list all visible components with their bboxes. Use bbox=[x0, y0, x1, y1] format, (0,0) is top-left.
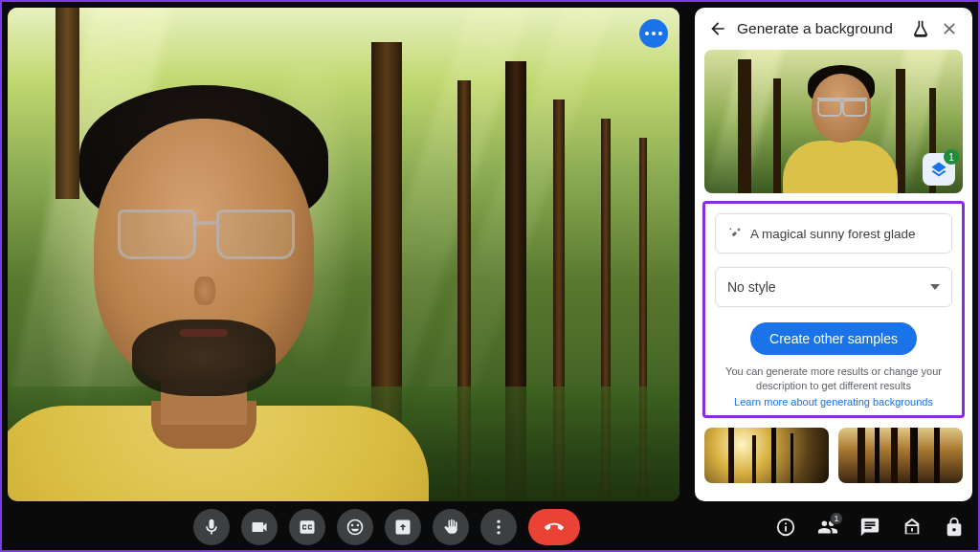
back-icon[interactable] bbox=[708, 19, 727, 38]
svg-point-0 bbox=[497, 520, 500, 523]
prompt-input[interactable]: A magical sunny forest glade bbox=[715, 213, 952, 254]
participants-count-badge: 1 bbox=[830, 512, 843, 525]
camera-button[interactable] bbox=[241, 509, 278, 545]
generated-samples-row bbox=[695, 418, 972, 493]
meeting-details-button[interactable] bbox=[775, 517, 796, 538]
labs-flask-icon bbox=[911, 19, 930, 38]
svg-point-2 bbox=[497, 531, 500, 534]
self-video-tile bbox=[8, 8, 679, 501]
chevron-down-icon bbox=[930, 284, 940, 290]
meeting-toolbar: 1 bbox=[2, 504, 978, 550]
learn-more-link[interactable]: Learn more about generating backgrounds bbox=[715, 396, 952, 408]
prompt-text: A magical sunny forest glade bbox=[750, 227, 916, 241]
leave-call-button[interactable] bbox=[528, 509, 580, 545]
magic-wand-icon bbox=[727, 226, 743, 241]
create-samples-button[interactable]: Create other samples bbox=[750, 322, 917, 355]
generate-background-panel: Generate a background 1 A magical sunny … bbox=[695, 8, 972, 501]
microphone-button[interactable] bbox=[193, 509, 230, 545]
style-value: No style bbox=[727, 279, 776, 295]
tile-more-button[interactable] bbox=[639, 19, 668, 48]
generation-controls: A magical sunny forest glade No style Cr… bbox=[702, 201, 965, 418]
applied-effects-button[interactable]: 1 bbox=[923, 153, 955, 186]
close-icon[interactable] bbox=[940, 19, 959, 38]
sample-thumbnail[interactable] bbox=[704, 428, 829, 483]
background-preview: 1 bbox=[704, 50, 963, 193]
style-select[interactable]: No style bbox=[715, 267, 952, 307]
panel-title: Generate a background bbox=[737, 20, 902, 37]
more-options-button[interactable] bbox=[480, 509, 517, 545]
host-controls-button[interactable] bbox=[944, 517, 965, 538]
participants-button[interactable]: 1 bbox=[817, 517, 838, 538]
captions-button[interactable] bbox=[289, 509, 325, 545]
generation-hint: You can generate more results or change … bbox=[715, 364, 952, 394]
present-button[interactable] bbox=[385, 509, 421, 545]
svg-point-1 bbox=[497, 525, 500, 528]
activities-button[interactable] bbox=[902, 517, 923, 538]
effects-count-badge: 1 bbox=[944, 149, 959, 165]
sample-thumbnail[interactable] bbox=[838, 428, 963, 483]
raise-hand-button[interactable] bbox=[433, 509, 469, 545]
participant-video bbox=[8, 61, 410, 501]
reactions-button[interactable] bbox=[337, 509, 373, 545]
chat-button[interactable] bbox=[859, 517, 880, 538]
